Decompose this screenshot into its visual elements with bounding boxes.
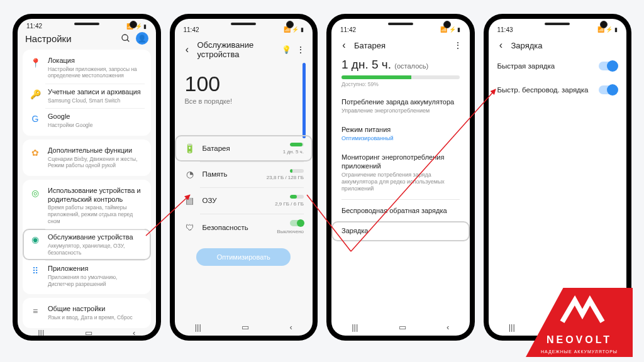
back-icon[interactable]: ‹ [289,322,292,332]
device-care-item[interactable]: ◔Память23,8 ГБ / 128 ГБ [175,162,313,188]
logo-brand: NEOVOLT [526,334,633,346]
account-avatar-icon[interactable]: 👤 [136,32,148,45]
item-value: 1 дн. 5 ч. [283,141,304,155]
charging-toggle-row[interactable]: Быстр. беспровод. зарядка [489,78,627,102]
usage-bar-icon [290,143,304,146]
more-icon[interactable]: ⋮ [296,45,305,55]
device-care-item[interactable]: 🔋Батарея1 дн. 5 ч. [175,135,313,162]
row-title: Приложения [48,265,145,273]
battery-header: ‹ Батарея ⋮ [331,36,470,54]
phone-2-screen: 11:42 📶 ⚡ ▮ ‹ Обслуживание устройства 💡 … [175,19,313,336]
battery-summary: 1 дн. 5 ч. (осталось) Доступно: 59% [331,54,470,92]
item-label: Батарея [203,145,277,152]
charging-toggle-row[interactable]: Быстрая зарядка [489,54,627,78]
settings-row[interactable]: 📍ЛокацияНастройки приложения, запросы на… [23,52,151,84]
row-subtitle: Время работы экрана, таймеры приложений,… [48,204,145,224]
tips-icon[interactable]: 💡 [282,45,291,54]
toggle-switch[interactable] [599,62,618,70]
time-remaining-value: 1 дн. 5 ч. [341,58,391,71]
battery-bar [341,75,460,79]
option-title: Зарядка [341,227,460,236]
status-bar: 11:42 📶 ⚡ ▮ [175,19,313,36]
recents-icon[interactable]: ||| [509,322,515,332]
option-title: Потребление заряда аккумулятора [341,98,460,107]
home-icon[interactable]: ▭ [242,322,249,332]
recents-icon[interactable]: ||| [38,328,44,336]
row-icon: ◎ [29,187,42,199]
toggle-label: Быстрая зарядка [497,62,594,70]
score-bar-icon [303,63,306,138]
status-icons: 📶 ⚡ ▮ [126,23,147,30]
recents-icon[interactable]: ||| [195,322,201,332]
row-title: Локация [48,57,145,65]
device-score: 100 [185,72,303,96]
device-care-header: ‹ Обслуживание устройства 💡 ⋮ [175,36,313,63]
battery-option[interactable]: Мониторинг энергопотребления приложенийО… [331,148,470,198]
battery-option[interactable]: Потребление заряда аккумулятораУправлени… [331,92,470,120]
battery-available-text: Доступно: 59% [341,81,460,87]
home-icon[interactable]: ▭ [399,322,406,332]
settings-row[interactable]: ⠿ПриложенияПриложения по умолчанию, Дисп… [23,260,151,292]
recents-icon[interactable]: ||| [352,322,358,332]
home-icon[interactable]: ▭ [85,328,92,336]
status-icons: 📶 ⚡ ▮ [284,26,304,33]
row-title: Использование устройства и родительский … [48,187,145,204]
time-remaining: 1 дн. 5 ч. (осталось) [341,58,460,72]
row-title: Google [48,112,145,121]
status-icons: 📶 ⚡ ▮ [440,26,460,33]
row-icon: G [29,112,42,125]
device-care-item[interactable]: ▤ОЗУ2,9 ГБ / 6 ГБ [175,187,313,214]
device-care-title: Обслуживание устройства [197,40,277,59]
android-nav-bar[interactable]: ||| ▭ ‹ [18,328,156,336]
settings-title: Настройки [25,33,116,44]
back-icon[interactable]: ‹ [496,40,506,50]
phone-1-screen: 11:42 📶 ⚡ ▮ Настройки 👤 📍ЛокацияНастройк… [18,19,156,336]
optimize-button[interactable]: Оптимизировать [196,248,291,266]
item-icon: 🛡 [184,221,196,234]
status-time: 11:42 [340,26,356,33]
row-subtitle: Язык и ввод, Дата и время, Сброс [48,314,145,321]
back-icon[interactable]: ‹ [447,322,449,332]
back-icon[interactable]: ‹ [339,40,349,50]
row-icon: 📍 [29,57,42,69]
settings-row[interactable]: ✿Дополнительные функцииСценарии Bixby, Д… [23,142,151,173]
back-icon[interactable]: ‹ [182,45,192,55]
more-icon[interactable]: ⋮ [453,40,462,50]
settings-row[interactable]: GGoogleНастройки Google [23,108,151,133]
item-label: Память [203,170,260,178]
android-nav-bar[interactable]: ||| ▭ ‹ [175,318,313,336]
settings-row[interactable]: 🔑Учетные записи и архивацияSamsung Cloud… [23,84,151,108]
row-icon: ≡ [29,305,42,317]
phone-3-screen: 11:42 📶 ⚡ ▮ ‹ Батарея ⋮ 1 дн. 5 ч. (оста… [331,19,470,336]
usage-bar-icon [290,195,304,199]
status-bar: 11:42 📶 ⚡ ▮ [18,19,156,30]
phone-1-frame: 11:42 📶 ⚡ ▮ Настройки 👤 📍ЛокацияНастройк… [13,14,161,341]
row-title: Дополнительные функции [48,146,145,155]
option-subtitle: Оптимизированный [341,135,460,142]
settings-row[interactable]: ◎Использование устройства и родительский… [23,182,151,229]
option-title: Режим питания [341,126,460,134]
toggle-switch[interactable] [599,85,618,94]
battery-option[interactable]: Зарядка [331,221,470,241]
time-remaining-suffix: (осталось) [394,62,428,70]
android-nav-bar[interactable]: ||| ▭ ‹ [331,318,470,336]
row-subtitle: Сценарии Bixby, Движения и жесты, Режим … [48,156,145,169]
option-subtitle: Управление энергопотреблением [341,107,460,114]
battery-option[interactable]: Беспроводная обратная зарядка [331,201,470,221]
row-title: Обслуживание устройства [48,233,145,242]
status-time: 11:42 [184,26,199,33]
search-icon[interactable] [121,33,131,43]
neovolt-logo: NEOVOLT НАДЕЖНЫЕ АККУМУЛЯТОРЫ [526,288,633,357]
status-time: 11:43 [497,26,513,33]
row-subtitle: Аккумулятор, хранилище, ОЗУ, безопасност… [48,243,145,256]
settings-row[interactable]: ◉Обслуживание устройстваАккумулятор, хра… [23,229,151,260]
settings-row[interactable]: ≡Общие настройкиЯзык и ввод, Дата и врем… [23,300,151,325]
row-subtitle: Настройки Google [48,122,145,129]
battery-option[interactable]: Режим питанияОптимизированный [331,120,470,148]
back-icon[interactable]: ‹ [133,328,135,336]
svg-point-0 [122,35,128,40]
settings-header: Настройки 👤 [18,30,156,50]
row-icon: 🔑 [29,88,42,101]
device-care-item[interactable]: 🛡БезопасностьВыключено [175,214,313,241]
logo-tagline: НАДЕЖНЫЕ АККУМУЛЯТОРЫ [526,349,633,354]
